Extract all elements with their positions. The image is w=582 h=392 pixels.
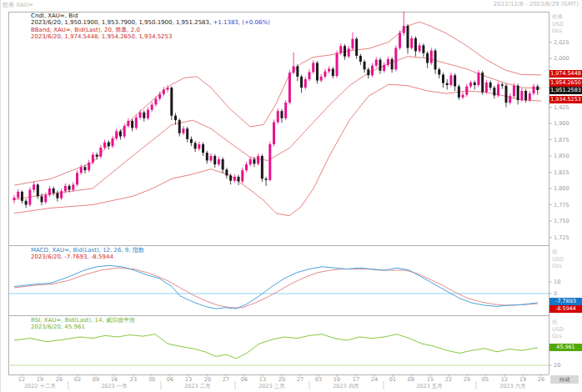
- macd-legend: MACD, XAU=, Bid(Last), 12, 26, 9, 指数 202…: [31, 247, 144, 261]
- week-tick-label: 15: [427, 376, 434, 383]
- month-label: 2023 五月: [416, 383, 443, 390]
- week-tick-label: 27: [297, 376, 304, 383]
- rsi-axis-unit: USD: [552, 326, 564, 333]
- week-tick-label: 13: [259, 376, 266, 383]
- price-axis-unit: Ozs: [552, 28, 562, 34]
- month-label: 2023 三月: [258, 383, 285, 390]
- week-tick-label: 01: [389, 376, 396, 383]
- axis-auto-scale-button[interactable]: 自动: [550, 375, 579, 384]
- price-axis-badge: 1,951.2583: [549, 87, 582, 94]
- week-tick-label: 06: [241, 376, 248, 383]
- week-tick-label: 03: [315, 376, 322, 383]
- macd-tick-label: 0: [554, 290, 557, 297]
- rsi-legend: RSI, XAU=, Bid(Last), 14, 威尔德平滑 2023/6/2…: [31, 317, 135, 331]
- week-tick-label: 29: [464, 376, 470, 383]
- week-tick-label: 17: [353, 376, 359, 383]
- week-tick-label: 26: [538, 376, 544, 383]
- week-tick-label: 20: [278, 376, 285, 383]
- legend-bband-series: BBand, XAU=, Bid(Last), 20, 简单, 2.0: [31, 27, 270, 33]
- price-tick-label: 1,850: [554, 153, 569, 159]
- price-tick-label: 1,750: [554, 218, 569, 224]
- month-label: 2023 一月: [101, 383, 128, 390]
- week-tick-label: 30: [148, 376, 155, 383]
- week-tick-label: 16: [111, 376, 118, 383]
- legend-change-value: +1.1383, (+0.06%): [211, 19, 270, 26]
- macd-axis-badge: -7.7693: [549, 298, 582, 305]
- price-axis-badge: 1,934.5253: [549, 96, 582, 103]
- week-tick-label: 12: [18, 376, 25, 383]
- week-tick-label: 19: [519, 376, 526, 383]
- price-axis-badge: 1,974.5448: [549, 70, 582, 78]
- legend-macd-series: MACD, XAU=, Bid(Last), 12, 26, 9, 指数: [31, 247, 144, 254]
- price-tick-label: 1,900: [554, 120, 569, 127]
- rsi-tick-label: 20: [554, 362, 560, 369]
- trading-chart-window: 图表 XAU= 2022/12/8 - 2023/6/29 (GMT) Cndl…: [0, 0, 582, 392]
- week-tick-label: 22: [445, 376, 452, 383]
- month-label: 2022 十二月: [24, 383, 56, 390]
- legend-ohlc-values: 2023/6/20, 1,950.1900, 1,953.7900, 1,950…: [31, 19, 270, 26]
- main-chart-legend: Cndl, XAU=, Bid 2023/6/20, 1,950.1900, 1…: [31, 13, 270, 41]
- legend-bband-values: 2023/6/20, 1,974.5448, 1,954.2650, 1,934…: [31, 33, 270, 40]
- macd-axis-unit: USD: [552, 256, 564, 263]
- price-tick-label: 1,725: [554, 234, 569, 241]
- rsi-axis-badge: 45.961: [549, 344, 582, 351]
- week-tick-label: 27: [223, 376, 229, 383]
- price-tick-label: 1,775: [554, 202, 569, 209]
- legend-rsi-series: RSI, XAU=, Bid(Last), 14, 威尔德平滑: [31, 317, 135, 324]
- week-tick-label: 19: [37, 376, 43, 383]
- week-tick-label: 10: [334, 376, 340, 383]
- macd-axis-unit: Ozs: [552, 263, 562, 269]
- price-tick-label: 1,825: [554, 169, 569, 176]
- rsi-axis-unit: Ozs: [552, 333, 562, 339]
- price-tick-label: 1,875: [554, 137, 569, 143]
- week-tick-label: 13: [185, 376, 192, 383]
- week-tick-label: 23: [130, 376, 137, 383]
- week-tick-label: 20: [204, 376, 211, 383]
- price-tick-label: 2,000: [554, 55, 569, 62]
- week-tick-label: 09: [93, 376, 99, 383]
- week-tick-label: 26: [56, 376, 63, 383]
- week-tick-label: 12: [501, 376, 508, 383]
- price-tick-label: 2,025: [554, 39, 569, 46]
- price-axis-unit: USD: [552, 21, 564, 28]
- price-axis-badge: 1,954.2650: [549, 79, 582, 87]
- legend-macd-values: 2023/6/20, -7.7693, -8.5944: [31, 254, 144, 260]
- price-chart-canvas[interactable]: [1, 0, 582, 392]
- price-tick-label: 1,925: [554, 104, 569, 111]
- price-tick-label: 1,800: [554, 185, 569, 192]
- week-tick-label: 02: [74, 376, 81, 383]
- week-tick-label: 08: [408, 376, 414, 383]
- legend-candle-series: Cndl, XAU=, Bid: [31, 13, 270, 19]
- week-tick-label: 05: [482, 376, 489, 383]
- month-label: 2023 二月: [184, 383, 211, 390]
- legend-rsi-values: 2023/6/20, 45.961: [31, 324, 135, 330]
- month-label: 2023 六月: [499, 383, 526, 390]
- macd-tick-label: 10: [554, 279, 560, 285]
- month-label: 2023 四月: [333, 383, 359, 390]
- week-tick-label: 06: [167, 376, 173, 383]
- macd-axis-badge: -8.5944: [549, 305, 582, 313]
- week-tick-label: 24: [371, 376, 378, 383]
